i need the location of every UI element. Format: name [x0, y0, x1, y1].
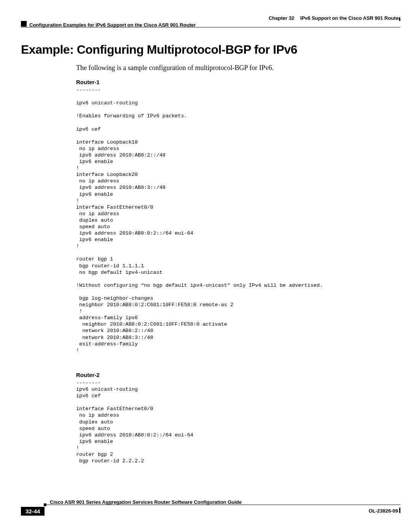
header-rule-end [399, 18, 400, 21]
router-1-config-code: -------- ipv6 unicast-routing !Enables f… [76, 87, 323, 354]
page-title: Example: Configuring Multiprotocol-BGP f… [21, 43, 297, 57]
footer-rule-end [399, 508, 400, 513]
footer-rule [44, 505, 400, 505]
document-id: OL-23826-09 [369, 508, 398, 514]
running-footer: Cisco ASR 901 Series Aggregation Service… [21, 505, 400, 519]
chapter-number: Chapter 32 [269, 15, 294, 21]
guide-title: Cisco ASR 901 Series Aggregation Service… [50, 499, 242, 505]
running-header: Chapter 32 IPv6 Support on the Cisco ASR… [21, 15, 400, 26]
intro-paragraph: The following is a sample configuration … [76, 64, 274, 72]
header-square-icon [21, 21, 27, 27]
chapter-title: IPv6 Support on the Cisco ASR 901 Router [300, 15, 400, 21]
header-rule [21, 27, 400, 27]
router-1-label: Router-1 [76, 79, 100, 85]
page-number: 32-44 [21, 507, 45, 516]
chapter-info: Chapter 32 IPv6 Support on the Cisco ASR… [269, 15, 400, 21]
router-2-label: Router-2 [76, 372, 100, 378]
router-2-config-code: -------- ipv6 unicast-routing ipv6 cef i… [76, 380, 193, 464]
